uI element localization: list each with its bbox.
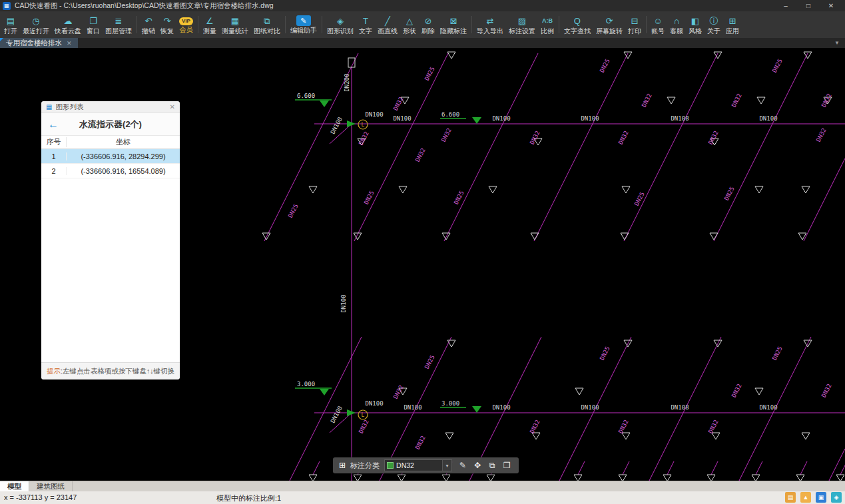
toolbar-item-account[interactable]: ☺账号 [649, 11, 667, 38]
tab-list-dropdown-icon[interactable]: ▼ [829, 38, 845, 48]
toolbar-item-cloud[interactable]: ☁快看云盘 [52, 11, 84, 38]
table-row[interactable]: 1(-336606.916, 28294.299) [41, 149, 180, 164]
hint-text: :左键点击表格项或按下键盘↑↓键切换 [61, 367, 174, 376]
duplicate-icon[interactable]: ❐ [501, 459, 513, 471]
toolbar-item-annotation-settings[interactable]: ▨标注设置 [506, 11, 538, 38]
valve-circle-label: L [362, 412, 365, 418]
toolbar-item-text-search[interactable]: Q文字查找 [561, 11, 593, 38]
edit-assistant-icon: ✎ [296, 15, 311, 26]
move-icon[interactable]: ✥ [471, 459, 483, 471]
pipe-annotation-label: DN100 [581, 404, 599, 411]
row-index: 1 [41, 152, 67, 160]
erase-icon: ⊘ [422, 15, 434, 27]
scale-icon: A:B [541, 15, 553, 27]
statusbar-project-icon[interactable]: ▤ [785, 492, 796, 503]
panel-title-bar[interactable]: ▦ 图形列表 ✕ [41, 101, 180, 113]
layout-tab-model[interactable]: 模型 [0, 481, 29, 491]
back-arrow-icon[interactable]: ← [48, 119, 59, 130]
panel-close-icon[interactable]: ✕ [170, 103, 175, 111]
open-icon: ▤ [5, 15, 17, 27]
close-button[interactable]: ✕ [820, 0, 842, 11]
toolbar-item-window[interactable]: ❐窗口 [84, 11, 103, 38]
grid-icon[interactable]: ⊞ [339, 461, 346, 470]
toolbar-item-redo[interactable]: ↷恢复 [158, 11, 176, 38]
draw-line-icon: ╱ [382, 15, 394, 27]
print-icon: ⊟ [629, 15, 641, 27]
toolbar-separator [198, 16, 198, 33]
toolbar-item-edit-assistant[interactable]: ✎编辑助手 [288, 11, 320, 38]
toolbar-item-apps[interactable]: ⊞应用 [723, 11, 742, 38]
toolbar-item-hide-annotation[interactable]: ⊠隐藏标注 [437, 11, 469, 38]
annotation-settings-icon: ▨ [516, 15, 528, 27]
toolbar-item-scale[interactable]: A:B比例 [538, 11, 557, 38]
toolbar-item-measure-stats[interactable]: ▦测量统计 [219, 11, 251, 38]
toolbar-item-draw-line[interactable]: ╱画直线 [375, 11, 400, 38]
toolbar-item-label: 最近打开 [23, 27, 49, 35]
column-header-coord: 坐标 [67, 137, 180, 147]
statusbar-export-icon[interactable]: ▲ [800, 492, 811, 503]
document-tabs: 专用宿舍楼给排水✕ [0, 38, 78, 48]
toolbar-item-recent[interactable]: ◷最近打开 [20, 11, 52, 38]
toolbar-item-layers[interactable]: ≣图层管理 [103, 11, 135, 38]
cursor-coordinates: x = -337113 y = 23147 [4, 493, 77, 501]
toolbar-item-label: 比例 [541, 27, 554, 35]
tab-close-icon[interactable]: ✕ [67, 40, 72, 47]
toolbar-separator [559, 16, 559, 33]
category-dropdown[interactable]: DN32 ▾ [384, 459, 452, 471]
panel-title: 图形列表 [55, 103, 166, 112]
pipe-annotation-label: DN100 [759, 404, 777, 411]
toolbar-item-vip[interactable]: VIP会员 [176, 11, 196, 38]
toolbar-item-rotate-screen[interactable]: ⟳屏幕旋转 [593, 11, 625, 38]
table-row[interactable]: 2(-336606.916, 16554.089) [41, 164, 180, 178]
toolbar-item-erase[interactable]: ⊘刷除 [419, 11, 437, 38]
toolbar-item-shape[interactable]: △形状 [400, 11, 419, 38]
toolbar-item-label: 导入导出 [477, 27, 503, 35]
toolbar-item-measure[interactable]: ∠测量 [200, 11, 219, 38]
document-tab-bar: 专用宿舍楼给排水✕ ▼ [0, 38, 845, 48]
toolbar-item-label: 画直线 [378, 27, 398, 35]
graphics-list: 1(-336606.916, 28294.299)2(-336606.916, … [41, 149, 180, 362]
statusbar-display-icon[interactable]: ◈ [831, 492, 842, 503]
category-color-swatch [387, 462, 394, 469]
toolbar-item-text[interactable]: T文字 [356, 11, 375, 38]
toolbar-item-open[interactable]: ▤打开 [1, 11, 20, 38]
toolbar-item-label: 测量统计 [222, 27, 248, 35]
statusbar-pdf-icon[interactable]: ▣ [816, 492, 826, 503]
main-toolbar: ▤打开◷最近打开☁快看云盘❐窗口≣图层管理↶撤销↷恢复VIP会员∠测量▦测量统计… [0, 11, 845, 38]
toolbar-item-label: 打印 [628, 27, 641, 35]
minimize-button[interactable]: – [774, 0, 797, 11]
toolbar-separator [137, 16, 137, 33]
toolbar-item-theme[interactable]: ◧风格 [686, 11, 704, 38]
pipe-annotation-label: 6.600 [441, 111, 459, 118]
title-bar: ▦ CAD快速看图 - C:\Users\ruohan\Desktop\CAD快… [0, 0, 845, 11]
dropdown-caret-icon[interactable]: ▾ [442, 460, 451, 471]
toolbar-item-label: 屏幕旋转 [596, 27, 623, 35]
window-icon: ❐ [87, 15, 99, 27]
toolbar-item-undo[interactable]: ↶撤销 [139, 11, 158, 38]
import-export-icon: ⇄ [484, 15, 496, 27]
pipe-annotation-label: DN100 [759, 115, 777, 122]
valve-circle-label: L [362, 122, 365, 128]
toolbar-item-print[interactable]: ⊟打印 [625, 11, 644, 38]
copy-icon[interactable]: ⧉ [486, 459, 498, 471]
document-tab[interactable]: 专用宿舍楼给排水✕ [0, 38, 78, 48]
maximize-button[interactable]: □ [797, 0, 820, 11]
category-value: DN32 [396, 461, 439, 469]
layout-tab-sheet[interactable]: 建筑图纸 [29, 481, 73, 491]
toolbar-item-label: 快看云盘 [55, 27, 81, 35]
graphics-list-panel: ▦ 图形列表 ✕ ← 水流指示器(2个) 序号 坐标 1(-336606.916… [41, 101, 180, 379]
toolbar-item-recognize[interactable]: ◈图形识别 [324, 11, 356, 38]
pipe-annotation-label: DN100 [365, 400, 383, 407]
toolbar-item-about[interactable]: ⓘ关于 [704, 11, 723, 38]
pipe-annotation-label: DN100 [492, 115, 510, 122]
toolbar-item-support[interactable]: ∩客服 [667, 11, 686, 38]
pipe-annotation-label: DN100 [393, 115, 411, 122]
pipe-annotation-label: DN200 [344, 73, 350, 91]
window-controls: –□✕ [774, 0, 842, 11]
edit-icon[interactable]: ✎ [457, 459, 469, 471]
recognize-icon: ◈ [334, 15, 346, 27]
pipe-annotation-label: DN100 [340, 294, 347, 312]
panel-icon: ▦ [46, 103, 52, 111]
toolbar-item-compare[interactable]: ⧉图纸对比 [251, 11, 283, 38]
toolbar-item-import-export[interactable]: ⇄导入导出 [474, 11, 506, 38]
